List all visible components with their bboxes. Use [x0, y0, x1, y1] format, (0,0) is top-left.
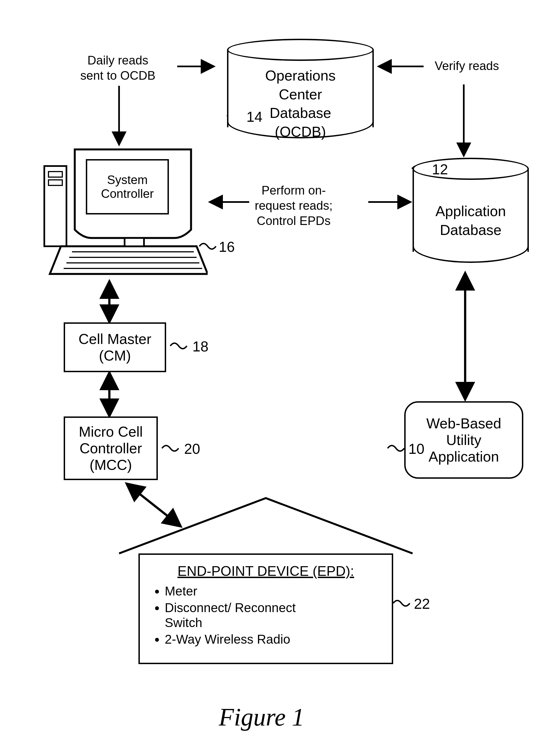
svg-rect-18: [125, 238, 144, 246]
app-db-cylinder: Application Database: [413, 158, 529, 263]
webapp-l1: Web-Based: [426, 415, 501, 432]
mcc-box: Micro Cell Controller (MCC): [64, 416, 158, 480]
ref-18: 18: [192, 338, 208, 356]
system-controller-screen: System Controller: [86, 159, 169, 214]
mcc-l1: Micro Cell: [79, 423, 143, 440]
epd-item3: 2-Way Wireless Radio: [165, 632, 296, 647]
ref-10: 10: [408, 440, 425, 458]
label-verify-reads: Verify reads: [435, 58, 499, 73]
ocdb-line1: Operations: [227, 66, 374, 85]
ref-22: 22: [414, 595, 430, 613]
webapp-l2: Utility: [446, 432, 481, 448]
webapp-l3: Application: [429, 448, 499, 465]
mcc-l2: Controller: [79, 440, 142, 457]
ref-20: 20: [184, 440, 200, 458]
mcc-l3: (MCC): [89, 457, 132, 473]
ref-16: 16: [219, 238, 235, 256]
label-daily-reads: Daily reads sent to OCDB: [80, 53, 155, 83]
cell-master-l1: Cell Master: [79, 331, 151, 347]
epd-item1: Meter: [165, 584, 296, 599]
svg-line-8: [127, 484, 180, 526]
ref-14: 14: [246, 108, 262, 126]
appdb-line2: Database: [413, 221, 529, 240]
figure-title: Figure 1: [219, 703, 304, 731]
ref-12: 12: [432, 160, 448, 178]
epd-box: END-POINT DEVICE (EPD): Meter Disconnect…: [138, 553, 393, 664]
appdb-line1: Application: [413, 202, 529, 221]
cell-master-l2: (CM): [99, 347, 131, 364]
ocdb-line2: Center: [227, 85, 374, 104]
epd-title: END-POINT DEVICE (EPD):: [177, 563, 354, 579]
cell-master-box: Cell Master (CM): [64, 322, 166, 372]
label-on-request: Perform on- request reads; Control EPDs: [255, 183, 333, 228]
epd-item2: Disconnect/ Reconnect Switch: [165, 600, 296, 630]
svg-rect-10: [44, 166, 66, 246]
